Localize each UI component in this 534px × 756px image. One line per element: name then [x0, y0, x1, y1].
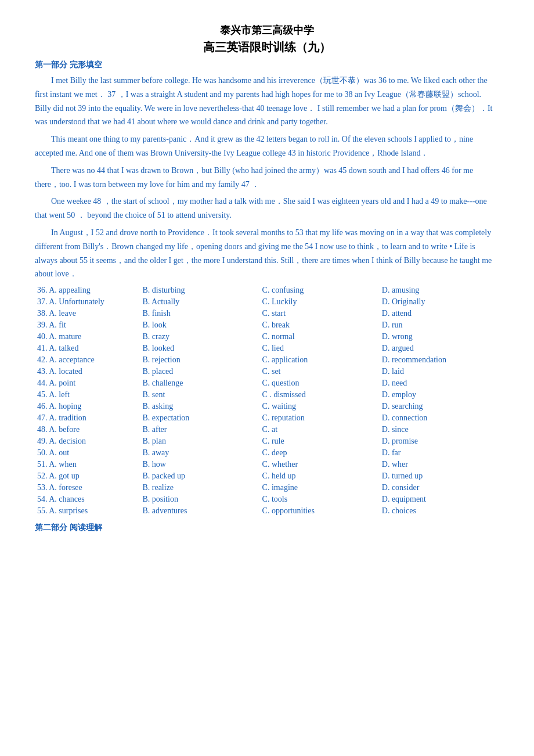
- exam-title: 高三英语限时训练（九）: [35, 39, 499, 55]
- choice-C: C. normal: [260, 331, 380, 343]
- choice-A: 55. A. surprises: [35, 505, 140, 517]
- choice-A: 48. A. before: [35, 424, 140, 435]
- choices-table: 36. A. appealingB. disturbingC. confusin…: [35, 285, 499, 517]
- choice-D: D. turned up: [380, 470, 499, 482]
- choice-A: 36. A. appealing: [35, 285, 140, 296]
- choice-row: 50. A. outB. awayC. deepD. far: [35, 447, 499, 459]
- choice-C: C. imagine: [260, 482, 380, 494]
- choice-C: C. deep: [260, 447, 380, 459]
- choice-B: B. disturbing: [140, 285, 259, 296]
- choice-row: 55. A. surprisesB. adventuresC. opportun…: [35, 505, 499, 517]
- choice-C: C. at: [260, 424, 380, 435]
- choice-row: 48. A. beforeB. afterC. atD. since: [35, 424, 499, 435]
- choice-B: B. challenge: [140, 377, 259, 389]
- section2-heading: 第二部分 阅读理解: [35, 523, 499, 533]
- choice-D: D. wher: [380, 459, 499, 470]
- choice-row: 41. A. talkedB. lookedC. liedD. argued: [35, 343, 499, 354]
- choice-row: 44. A. pointB. challengeC. questionD. ne…: [35, 377, 499, 389]
- choice-D: D. employ: [380, 389, 499, 401]
- choice-A: 44. A. point: [35, 377, 140, 389]
- choice-C: C. set: [260, 366, 380, 377]
- choice-D: D. far: [380, 447, 499, 459]
- choice-D: D. connection: [380, 412, 499, 424]
- choice-C: C. tools: [260, 494, 380, 505]
- choice-B: B. after: [140, 424, 259, 435]
- choice-A: 51. A. when: [35, 459, 140, 470]
- choice-B: B. packed up: [140, 470, 259, 482]
- choice-D: D. argued: [380, 343, 499, 354]
- choice-D: D. run: [380, 319, 499, 331]
- choice-B: B. realize: [140, 482, 259, 494]
- choice-C: C. break: [260, 319, 380, 331]
- choice-A: 47. A. tradition: [35, 412, 140, 424]
- choice-A: 54. A. chances: [35, 494, 140, 505]
- passage-paragraph: One weekee 48 ，the start of school，my mo…: [35, 195, 499, 222]
- choice-B: B. look: [140, 319, 259, 331]
- choice-C: C. confusing: [260, 285, 380, 296]
- choice-row: 47. A. traditionB. expectationC. reputat…: [35, 412, 499, 424]
- choice-A: 43. A. located: [35, 366, 140, 377]
- choice-C: C. whether: [260, 459, 380, 470]
- choice-A: 42. A. acceptance: [35, 354, 140, 366]
- choice-B: B. looked: [140, 343, 259, 354]
- choice-row: 52. A. got upB. packed upC. held upD. tu…: [35, 470, 499, 482]
- choice-C: C. Luckily: [260, 296, 380, 308]
- choice-A: 46. A. hoping: [35, 401, 140, 412]
- choice-A: 39. A. fit: [35, 319, 140, 331]
- choice-B: B. away: [140, 447, 259, 459]
- choice-B: B. Actually: [140, 296, 259, 308]
- choice-C: C. opportunities: [260, 505, 380, 517]
- choice-B: B. adventures: [140, 505, 259, 517]
- choice-A: 49. A. decision: [35, 435, 140, 447]
- passage-paragraph: In August，I 52 and drove north to Provid…: [35, 226, 499, 281]
- choice-row: 38. A. leaveB. finishC. startD. attend: [35, 308, 499, 319]
- choice-B: B. finish: [140, 308, 259, 319]
- school-name: 泰兴市第三高级中学: [35, 23, 499, 37]
- choice-row: 45. A. leftB. sentC . dismissedD. employ: [35, 389, 499, 401]
- choice-row: 36. A. appealingB. disturbingC. confusin…: [35, 285, 499, 296]
- choice-B: B. plan: [140, 435, 259, 447]
- choice-D: D. laid: [380, 366, 499, 377]
- passage-paragraph: I met Billy the last summer before colle…: [35, 74, 499, 129]
- choice-B: B. crazy: [140, 331, 259, 343]
- choice-row: 37. A. UnfortunatelyB. ActuallyC. Luckil…: [35, 296, 499, 308]
- choice-row: 54. A. chancesB. positionC. toolsD. equi…: [35, 494, 499, 505]
- choice-B: B. how: [140, 459, 259, 470]
- choice-row: 53. A. foreseeB. realizeC. imagineD. con…: [35, 482, 499, 494]
- choice-A: 45. A. left: [35, 389, 140, 401]
- choice-B: B. asking: [140, 401, 259, 412]
- choice-D: D. need: [380, 377, 499, 389]
- choice-D: D. choices: [380, 505, 499, 517]
- choice-D: D. recommendation: [380, 354, 499, 366]
- choice-B: B. rejection: [140, 354, 259, 366]
- section1-heading: 第一部分 完形填空: [35, 60, 499, 70]
- passage-paragraph: This meant one thing to my parents-panic…: [35, 132, 499, 160]
- choice-D: D. amusing: [380, 285, 499, 296]
- choice-A: 40. A. mature: [35, 331, 140, 343]
- choice-D: D. since: [380, 424, 499, 435]
- choice-C: C. held up: [260, 470, 380, 482]
- choice-row: 43. A. locatedB. placedC. setD. laid: [35, 366, 499, 377]
- choice-D: D. attend: [380, 308, 499, 319]
- choice-D: D. consider: [380, 482, 499, 494]
- choice-A: 52. A. got up: [35, 470, 140, 482]
- choice-row: 49. A. decisionB. planC. ruleD. promise: [35, 435, 499, 447]
- page-header: 泰兴市第三高级中学 高三英语限时训练（九）: [35, 23, 499, 55]
- choice-C: C. application: [260, 354, 380, 366]
- choice-A: 38. A. leave: [35, 308, 140, 319]
- choice-C: C. rule: [260, 435, 380, 447]
- choice-row: 40. A. matureB. crazyC. normalD. wrong: [35, 331, 499, 343]
- choice-D: D. searching: [380, 401, 499, 412]
- choice-C: C. lied: [260, 343, 380, 354]
- choice-C: C . dismissed: [260, 389, 380, 401]
- choice-A: 37. A. Unfortunately: [35, 296, 140, 308]
- passage-paragraph: There was no 44 that I was drawn to Brow…: [35, 164, 499, 192]
- choice-B: B. placed: [140, 366, 259, 377]
- choice-row: 51. A. whenB. howC. whetherD. wher: [35, 459, 499, 470]
- choice-C: C. start: [260, 308, 380, 319]
- choices-container: 36. A. appealingB. disturbingC. confusin…: [35, 285, 499, 517]
- choice-C: C. reputation: [260, 412, 380, 424]
- choice-C: C. question: [260, 377, 380, 389]
- choice-B: B. position: [140, 494, 259, 505]
- choice-B: B. expectation: [140, 412, 259, 424]
